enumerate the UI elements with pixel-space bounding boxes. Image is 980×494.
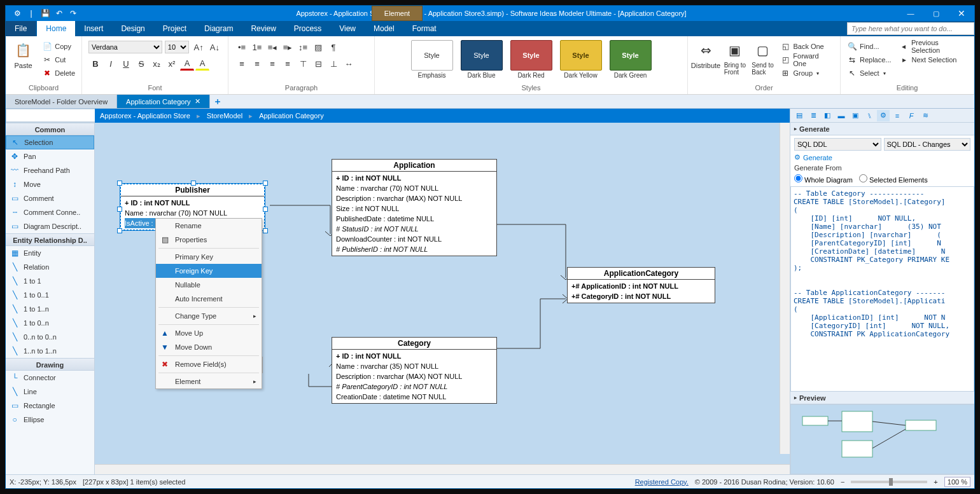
rp-icon-9[interactable]: F <box>905 110 918 121</box>
pilcrow-button[interactable]: ¶ <box>326 40 340 54</box>
find-button[interactable]: 🔍Find... <box>844 40 894 53</box>
generate-mode-select[interactable]: SQL DDL - Changes <box>884 138 971 151</box>
bold-button[interactable]: B <box>88 57 102 71</box>
resize-handle[interactable] <box>263 207 268 212</box>
radio-selected-elements[interactable]: Selected Elements <box>859 174 928 184</box>
canvas-scrollbar-h[interactable] <box>95 464 790 474</box>
ctx-move-up[interactable]: ▲Move Up <box>156 326 262 340</box>
tool-rectangle[interactable]: ▭Rectangle <box>6 399 94 413</box>
tool-pan[interactable]: ✥Pan <box>6 149 94 163</box>
shading-button[interactable]: ▨ <box>311 40 325 54</box>
tab-design[interactable]: Design <box>112 21 153 36</box>
generate-panel-header[interactable]: ▸Generate <box>790 123 974 135</box>
numbering-button[interactable]: 1≡ <box>250 40 264 54</box>
strikethrough-button[interactable]: S <box>134 57 148 71</box>
tab-diagram[interactable]: Diagram <box>195 21 242 36</box>
entity-appcategory[interactable]: ApplicationCategory +# ApplicationID : i… <box>567 267 715 303</box>
tool-selection[interactable]: ↖Selection <box>6 135 94 149</box>
highlight-button[interactable]: A <box>195 57 209 71</box>
rp-icon-4[interactable]: ▬ <box>835 110 848 121</box>
save-icon[interactable]: 💾 <box>40 8 50 18</box>
tool-entity[interactable]: ▦Entity <box>6 246 94 260</box>
resize-handle[interactable] <box>117 181 122 186</box>
tool-comment-conn[interactable]: ╌Comment Conne.. <box>6 205 94 219</box>
rp-icon-5[interactable]: ▣ <box>849 110 862 121</box>
style-darkgreen[interactable]: Style <box>610 40 652 71</box>
rp-icon-2[interactable]: ≣ <box>807 110 820 121</box>
generate-button[interactable]: ⚙Generate <box>794 153 970 161</box>
redo-icon[interactable]: ↷ <box>68 8 78 18</box>
ctx-nullable[interactable]: Nullable <box>156 278 262 292</box>
add-tab-button[interactable]: ＋ <box>210 95 225 108</box>
group-button[interactable]: ⊞Group▾ <box>778 67 836 79</box>
valign-middle-button[interactable]: ⊟ <box>311 57 325 71</box>
tab-file[interactable]: File <box>6 21 36 36</box>
tab-home[interactable]: Home <box>37 21 75 36</box>
tool-1nto1n[interactable]: ╲1..n to 1..n <box>6 344 94 358</box>
context-tab-element[interactable]: Element <box>372 6 423 21</box>
style-darkblue[interactable]: Style <box>461 40 503 71</box>
ctx-primary-key[interactable]: Primary Key <box>156 250 262 264</box>
valign-bottom-button[interactable]: ⊥ <box>326 57 340 71</box>
subscript-button[interactable]: x₂ <box>150 57 164 71</box>
tab-project[interactable]: Project <box>154 21 195 36</box>
registered-link[interactable]: Registered Copy. <box>635 478 689 486</box>
tab-format[interactable]: Format <box>403 21 445 36</box>
undo-icon[interactable]: ↶ <box>54 8 64 18</box>
rp-icon-7[interactable]: ⚙ <box>877 110 890 121</box>
tellme-input[interactable] <box>847 22 974 35</box>
indent-button[interactable]: ≡▸ <box>281 40 295 54</box>
tab-process[interactable]: Process <box>285 21 330 36</box>
ctx-foreign-key[interactable]: Foreign Key <box>156 264 262 278</box>
resize-handle[interactable] <box>117 207 122 212</box>
zoom-value[interactable]: 100 % <box>944 477 970 487</box>
underline-button[interactable]: U <box>119 57 133 71</box>
bullets-button[interactable]: •≡ <box>235 40 249 54</box>
distribute-button[interactable]: ⇔Distribute <box>692 40 720 69</box>
rp-icon-3[interactable]: ◧ <box>821 110 834 121</box>
copy-button[interactable]: 📄Copy <box>39 40 78 53</box>
resize-handle[interactable] <box>263 181 268 186</box>
line-spacing-button[interactable]: ↕≡ <box>296 40 310 54</box>
tab-review[interactable]: Review <box>242 21 284 36</box>
breadcrumb-0[interactable]: Appstorex - Application Store <box>100 112 190 120</box>
entity-application[interactable]: Application + ID : int NOT NULL Name : n… <box>332 159 497 256</box>
doctab-storemodel[interactable]: StoreModel - Folder Overview <box>6 95 117 108</box>
tool-1to0n[interactable]: ╲1 to 0..n <box>6 316 94 330</box>
send-back-button[interactable]: ▢Send to Back <box>750 40 776 76</box>
style-darkyellow[interactable]: Style <box>560 40 602 71</box>
zoom-plus-button[interactable]: + <box>934 478 937 486</box>
preview-panel-header[interactable]: ▸Preview <box>790 392 974 404</box>
font-size-select[interactable]: 10 <box>165 41 190 53</box>
ctx-move-down[interactable]: ▼Move Down <box>156 340 262 354</box>
rp-icon-1[interactable]: ▤ <box>793 110 806 121</box>
paste-button[interactable]: 📋 Paste <box>10 40 37 69</box>
radio-whole-diagram[interactable]: Whole Diagram <box>794 174 853 184</box>
tool-freehand[interactable]: 〰Freehand Path <box>6 163 94 177</box>
toolbox-search-input[interactable] <box>6 109 100 122</box>
publisher-row-name[interactable]: Name : nvarchar (70) NOT NULL <box>125 208 260 218</box>
tool-1to1[interactable]: ╲1 to 1 <box>6 274 94 288</box>
prev-selection-button[interactable]: ◂Previous Selection <box>897 40 970 53</box>
tab-model[interactable]: Model <box>365 21 403 36</box>
publisher-row-id[interactable]: + ID : int NOT NULL <box>125 198 260 208</box>
breadcrumb-1[interactable]: StoreModel <box>207 112 242 120</box>
shrink-font-button[interactable]: A↓ <box>208 40 221 54</box>
resize-handle[interactable] <box>117 228 122 233</box>
align-right-button[interactable]: ≡ <box>265 57 279 71</box>
maximize-button[interactable]: ▢ <box>923 6 949 21</box>
forward-one-button[interactable]: ◰Forward One <box>778 53 836 66</box>
outdent-button[interactable]: ≡◂ <box>265 40 279 54</box>
zoom-minus-button[interactable]: − <box>841 478 844 486</box>
generate-type-select[interactable]: SQL DDL <box>794 138 881 151</box>
tool-1to1n[interactable]: ╲1 to 1..n <box>6 302 94 316</box>
italic-button[interactable]: I <box>104 57 118 71</box>
tab-view[interactable]: View <box>330 21 365 36</box>
doctab-appcategory[interactable]: Application Category✕ <box>117 95 210 108</box>
rp-icon-10[interactable]: ≋ <box>919 110 932 121</box>
tool-comment[interactable]: ▭Comment <box>6 191 94 205</box>
ctx-remove-fields[interactable]: ✖Remove Field(s) <box>156 357 262 371</box>
tool-1to01[interactable]: ╲1 to 0..1 <box>6 288 94 302</box>
entity-category[interactable]: Category + ID : int NOT NULL Name : nvar… <box>332 337 497 404</box>
ctx-properties[interactable]: ▤Properties <box>156 233 262 247</box>
